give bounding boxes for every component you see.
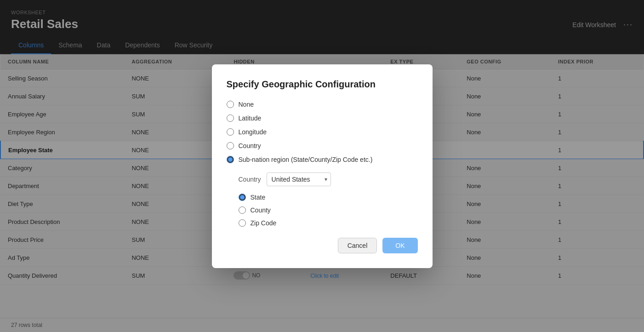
country-row: Country United States Canada United King…	[239, 172, 418, 186]
sub-option-state-label: State	[251, 194, 266, 201]
sub-option-zipcode[interactable]: Zip Code	[239, 219, 418, 227]
modal-title: Specify Geographic Configuration	[227, 79, 418, 90]
radio-subnation[interactable]	[227, 156, 234, 163]
sub-option-state[interactable]: State	[239, 194, 418, 201]
option-latitude-label: Latitude	[239, 114, 262, 122]
subnation-options-group: State County Zip Code	[239, 194, 418, 227]
radio-latitude[interactable]	[227, 114, 234, 122]
radio-zipcode[interactable]	[239, 219, 246, 227]
option-country-label: Country	[239, 142, 261, 149]
option-longitude[interactable]: Longitude	[227, 128, 418, 136]
radio-country[interactable]	[227, 142, 234, 149]
modal-overlay: Specify Geographic Configuration None La…	[0, 0, 644, 332]
option-latitude[interactable]: Latitude	[227, 114, 418, 122]
option-none[interactable]: None	[227, 101, 418, 108]
option-subnation-label: Sub-nation region (State/County/Zip Code…	[239, 156, 373, 163]
option-longitude-label: Longitude	[239, 128, 267, 136]
sub-option-zipcode-label: Zip Code	[251, 219, 277, 227]
sub-option-county-label: County	[251, 206, 271, 214]
cancel-button[interactable]: Cancel	[338, 238, 377, 253]
option-none-label: None	[239, 101, 254, 108]
ok-button[interactable]: OK	[382, 238, 417, 253]
country-select[interactable]: United States Canada United Kingdom Aust…	[267, 172, 331, 186]
geo-options-group: None Latitude Longitude Country Sub-nati…	[227, 101, 418, 163]
radio-state[interactable]	[239, 194, 246, 201]
option-country[interactable]: Country	[227, 142, 418, 149]
country-field-label: Country	[239, 176, 261, 183]
modal-buttons: Cancel OK	[227, 238, 418, 253]
radio-none[interactable]	[227, 101, 234, 108]
option-subnation[interactable]: Sub-nation region (State/County/Zip Code…	[227, 156, 418, 163]
radio-county[interactable]	[239, 206, 246, 214]
geo-config-modal: Specify Geographic Configuration None La…	[212, 64, 433, 268]
radio-longitude[interactable]	[227, 128, 234, 136]
country-select-wrap: United States Canada United Kingdom Aust…	[267, 172, 331, 186]
sub-option-county[interactable]: County	[239, 206, 418, 214]
